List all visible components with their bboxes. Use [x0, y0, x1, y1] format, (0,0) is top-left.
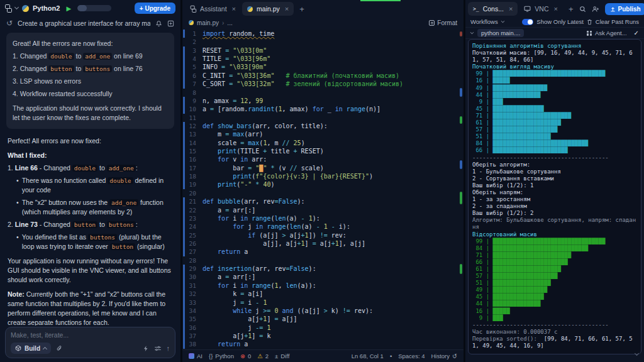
code-line[interactable]: 9n, amax = 12, 99 — [182, 97, 464, 105]
code-line[interactable]: 6C_INIT = "\033[36m" # блакитний (початк… — [182, 72, 464, 80]
build-mode-button[interactable]: Build — [11, 343, 51, 354]
code-line[interactable]: 34 while j >= 0 and ((a[j] > k) != rev): — [182, 307, 464, 315]
zap-icon[interactable] — [143, 345, 149, 352]
code-line[interactable]: 28 — [182, 256, 464, 265]
tab-vnc[interactable]: VNC × — [519, 2, 563, 16]
clear-past-runs-label[interactable]: Clear Past Runs — [596, 18, 639, 25]
console-output[interactable]: Порівняння алгоритмів сортуванняПочатков… — [468, 39, 641, 354]
code-line[interactable]: 1import random, time — [182, 30, 464, 38]
code-line[interactable]: 20 — [182, 189, 464, 197]
show-only-latest-toggle[interactable] — [522, 19, 533, 25]
code-line[interactable]: 30 a = arr[:] — [182, 273, 464, 281]
search-icon[interactable] — [579, 6, 586, 13]
chat-line: Great! All the errors are now fixed: — [13, 39, 168, 48]
code-line[interactable]: 13 m = max(arr) — [182, 130, 464, 138]
ai-status[interactable]: AI — [189, 353, 203, 359]
breadcrumb-more[interactable]: ... — [227, 19, 232, 26]
invite-user-icon[interactable] — [592, 6, 599, 13]
new-chat-icon[interactable] — [167, 20, 174, 27]
tab-console[interactable]: >_ Cons... × — [468, 2, 518, 16]
trash-icon[interactable] — [587, 19, 592, 25]
workflow-run-row[interactable]: python main.... Ask Agent... ✓ — [465, 28, 644, 39]
scroll-to-bottom-icon[interactable] — [635, 346, 638, 358]
code-line[interactable]: 22 a = arr[:] — [182, 206, 464, 214]
chat-line: 2. Changed button to buttons on line 76 — [13, 64, 168, 74]
code-line[interactable]: 29def insertion(arr, rev=False): — [182, 265, 464, 273]
run-progress-indicator — [360, 0, 401, 1]
code-line[interactable]: 5INFO = "\033[90m" — [182, 63, 464, 71]
code-line[interactable]: 36 j -= 1 — [182, 324, 464, 332]
code-line[interactable]: 37 a[j+1] = k — [182, 332, 464, 340]
cursor-position[interactable]: Ln 68, Col 1 — [352, 353, 384, 359]
new-tab-icon[interactable]: + — [295, 4, 309, 14]
code-editor[interactable]: 1import random, time23RESET = "\033[0m"4… — [182, 30, 464, 349]
publish-icon — [610, 6, 616, 12]
code-line[interactable]: 12def show_bars(arr, color, title): — [182, 122, 464, 130]
diff-button[interactable]: ±Diff — [275, 353, 289, 359]
editor-tabbar: Assistant × main.py × + — [182, 0, 464, 16]
close-icon[interactable]: × — [232, 5, 236, 13]
history-icon: ↺ — [452, 353, 457, 359]
bell-icon[interactable] — [155, 20, 162, 27]
code-line[interactable]: 10a = [random.randint(1, amax) for _ in … — [182, 105, 464, 113]
history-icon[interactable]: ↺ — [6, 19, 13, 27]
code-line[interactable]: 26 a[j], a[j+1] = a[j+1], a[j] — [182, 239, 464, 248]
code-line[interactable]: 7C_SORT = "\033[32m" # зелений (відсорто… — [182, 80, 464, 88]
code-line[interactable]: 8 — [182, 89, 464, 97]
code-line[interactable]: 21def bubble(arr, rev=False): — [182, 197, 464, 206]
attach-icon[interactable] — [56, 345, 63, 352]
code-line[interactable]: 14 scale = max(1, m // 25) — [182, 139, 464, 147]
workflows-label[interactable]: Workflows — [470, 18, 498, 25]
error-count[interactable]: ⊗0 — [240, 353, 251, 359]
workspace-name[interactable]: Python2 — [33, 4, 60, 12]
console-line: 51 | █████████████████ — [472, 133, 637, 140]
history-button[interactable]: History↺ — [431, 353, 457, 359]
chat-scroll-area[interactable]: Great! All the errors are now fixed:1. C… — [0, 30, 180, 326]
code-line[interactable]: 24 for j in range(len(a) - 1 - i): — [182, 222, 464, 231]
ask-agent-label[interactable]: Ask Agent... — [595, 30, 627, 36]
format-button[interactable]: Format — [429, 19, 457, 26]
console-line: 44 | ██████████████ — [472, 92, 637, 99]
new-tab-icon[interactable]: + — [564, 4, 578, 14]
publish-button[interactable]: Publish — [605, 3, 644, 15]
code-line[interactable]: 4TITLE = "\033[96m" — [182, 55, 464, 63]
breadcrumb-file[interactable]: main.py — [197, 19, 219, 26]
run-button[interactable]: ▶ — [66, 5, 71, 12]
chevron-down-icon[interactable] — [14, 5, 19, 9]
code-line[interactable]: 25 if (a[j] > a[j+1]) != rev: — [182, 231, 464, 239]
upgrade-button[interactable]: + Upgrade — [135, 3, 175, 14]
code-line[interactable]: 18 print(f"{color}{v:3} | {bar}{RESET}") — [182, 172, 464, 180]
console-line: 57 | ███████████████████ — [472, 273, 637, 280]
code-line[interactable]: 17 bar = "█" * (v // scale) — [182, 164, 464, 172]
sliders-icon[interactable] — [154, 345, 162, 352]
code-line[interactable]: 15 print(TITLE + title + RESET) — [182, 147, 464, 155]
code-line[interactable]: 23 for i in range(len(a) - 1): — [182, 214, 464, 222]
console-line: 49 | ████████████████ — [472, 85, 637, 92]
replit-logo-icon[interactable] — [5, 4, 11, 12]
code-line[interactable]: 35 a[j+1] = a[j] — [182, 315, 464, 323]
console-line: Ваш вибір (1/2): 2 — [472, 210, 637, 217]
language-status[interactable]: {}Python — [209, 353, 234, 359]
code-line[interactable]: 16 for v in arr: — [182, 155, 464, 163]
chevron-down-icon[interactable] — [501, 19, 504, 23]
close-icon[interactable]: × — [554, 5, 558, 13]
send-icon[interactable]: ↑ — [167, 344, 170, 352]
code-line[interactable]: 11 — [182, 114, 464, 122]
tab-assistant[interactable]: Assistant × — [185, 2, 241, 16]
code-line[interactable]: 33 j = i - 1 — [182, 299, 464, 307]
console-line: 57 | ███████████████████ — [472, 126, 637, 133]
console-line: Відсортований масив — [472, 231, 637, 238]
chat-input[interactable] — [11, 331, 170, 341]
code-line[interactable]: 31 for i in range(1, len(a)): — [182, 282, 464, 290]
close-icon[interactable]: × — [285, 5, 289, 13]
code-line[interactable]: 38 return a — [182, 340, 464, 348]
code-line[interactable]: 19 print("-" * 40) — [182, 180, 464, 189]
code-line[interactable]: 3RESET = "\033[0m" — [182, 47, 464, 55]
close-icon[interactable]: × — [509, 5, 513, 13]
code-line[interactable]: 32 k = a[i] — [182, 290, 464, 298]
code-line[interactable]: 27 return a — [182, 248, 464, 256]
code-line[interactable]: 2 — [182, 38, 464, 46]
tab-main-py[interactable]: main.py × — [242, 2, 294, 16]
warning-count[interactable]: ⚠2 — [257, 353, 269, 359]
spaces-setting[interactable]: Spaces: 4 — [398, 353, 425, 359]
